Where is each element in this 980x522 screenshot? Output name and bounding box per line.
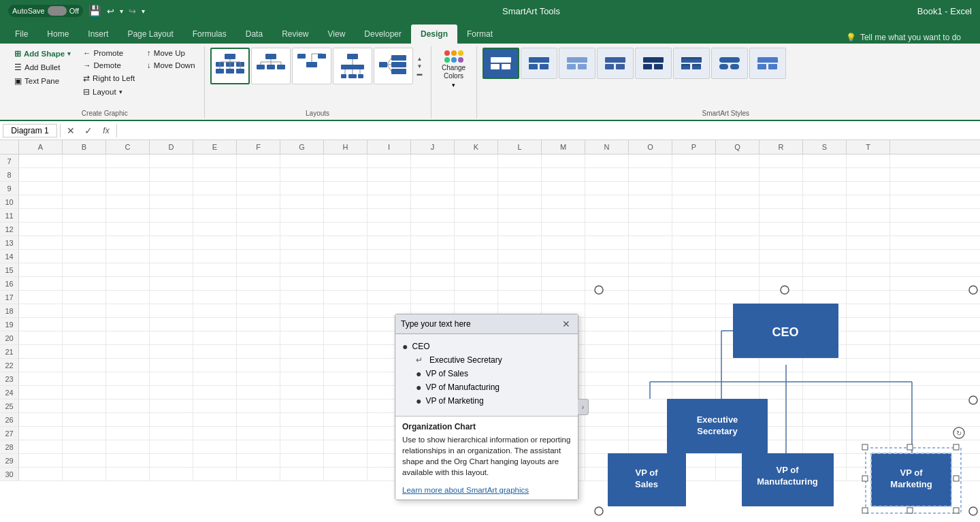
cell-28-0[interactable] <box>19 440 63 453</box>
right-to-left-button[interactable]: ⇄ Right to Left <box>80 72 138 84</box>
cell-18-4[interactable] <box>193 304 237 317</box>
cell-20-7[interactable] <box>324 331 368 344</box>
cell-29-4[interactable] <box>193 454 237 467</box>
cell-18-17[interactable] <box>760 304 803 317</box>
cell-12-9[interactable] <box>411 223 455 235</box>
cell-12-11[interactable] <box>498 223 542 235</box>
cell-26-4[interactable] <box>193 413 237 426</box>
cell-22-0[interactable] <box>19 359 63 372</box>
cell-16-12[interactable] <box>542 277 585 290</box>
cell-10-13[interactable] <box>585 195 629 208</box>
cell-10-2[interactable] <box>106 195 150 208</box>
cell-20-19[interactable] <box>847 331 890 344</box>
cell-8-13[interactable] <box>585 168 629 181</box>
cell-10-12[interactable] <box>542 195 585 208</box>
cell-21-13[interactable] <box>585 345 629 358</box>
cell-14-18[interactable] <box>803 250 847 263</box>
vp-mkt-handle-bm[interactable] <box>907 508 913 513</box>
cell-10-7[interactable] <box>324 195 368 208</box>
cell-17-0[interactable] <box>19 291 63 304</box>
cell-23-17[interactable] <box>760 372 803 385</box>
col-header-p[interactable]: P <box>672 140 716 154</box>
cell-23-7[interactable] <box>324 372 368 385</box>
cell-11-6[interactable] <box>280 209 324 222</box>
cell-12-2[interactable] <box>106 223 150 235</box>
cell-25-18[interactable] <box>803 399 847 412</box>
cell-8-12[interactable] <box>542 168 585 181</box>
cell-27-17[interactable] <box>760 427 803 440</box>
cell-20-15[interactable] <box>672 331 716 344</box>
cell-18-18[interactable] <box>803 304 847 317</box>
col-header-a[interactable]: A <box>19 140 63 154</box>
tab-review[interactable]: Review <box>272 25 318 44</box>
cell-19-18[interactable] <box>803 318 847 331</box>
cell-13-8[interactable] <box>368 236 411 249</box>
cancel-formula-button[interactable]: ✕ <box>63 123 78 138</box>
cell-16-4[interactable] <box>193 277 237 290</box>
cell-27-19[interactable] <box>847 427 890 440</box>
cell-17-9[interactable] <box>411 291 455 304</box>
cell-16-9[interactable] <box>411 277 455 290</box>
cell-14-9[interactable] <box>411 250 455 263</box>
cell-12-12[interactable] <box>542 223 585 235</box>
cell-7-4[interactable] <box>193 154 237 167</box>
cell-13-18[interactable] <box>803 236 847 249</box>
cell-25-19[interactable] <box>847 399 890 412</box>
cell-8-6[interactable] <box>280 168 324 181</box>
tab-view[interactable]: View <box>318 25 355 44</box>
cell-18-0[interactable] <box>19 304 63 317</box>
col-header-g[interactable]: G <box>280 140 324 154</box>
cell-11-19[interactable] <box>847 209 890 222</box>
cell-14-6[interactable] <box>280 250 324 263</box>
cell-30-7[interactable] <box>324 468 368 480</box>
cell-29-16[interactable] <box>716 454 760 467</box>
cell-10-5[interactable] <box>237 195 280 208</box>
cell-23-2[interactable] <box>106 372 150 385</box>
cell-16-15[interactable] <box>672 277 716 290</box>
cell-24-0[interactable] <box>19 386 63 399</box>
cell-22-6[interactable] <box>280 359 324 372</box>
cell-25-6[interactable] <box>280 399 324 412</box>
cell-11-16[interactable] <box>716 209 760 222</box>
cell-20-18[interactable] <box>803 331 847 344</box>
cell-8-10[interactable] <box>455 168 498 181</box>
tab-page-layout[interactable]: Page Layout <box>118 25 182 44</box>
cell-26-19[interactable] <box>847 413 890 426</box>
cell-30-5[interactable] <box>237 468 280 480</box>
cell-15-10[interactable] <box>455 263 498 276</box>
cell-23-0[interactable] <box>19 372 63 385</box>
cell-20-14[interactable] <box>629 331 672 344</box>
col-header-b[interactable]: B <box>63 140 106 154</box>
cell-25-4[interactable] <box>193 399 237 412</box>
cell-26-15[interactable] <box>672 413 716 426</box>
style-thumb-7[interactable] <box>711 48 748 79</box>
cell-15-16[interactable] <box>716 263 760 276</box>
quick-access-more[interactable]: ▾ <box>142 7 145 15</box>
cell-9-17[interactable] <box>760 182 803 195</box>
cell-27-14[interactable] <box>629 427 672 440</box>
col-header-r[interactable]: R <box>760 140 803 154</box>
cell-7-3[interactable] <box>150 154 193 167</box>
cell-8-11[interactable] <box>498 168 542 181</box>
cell-27-1[interactable] <box>63 427 106 440</box>
cell-24-16[interactable] <box>716 386 760 399</box>
cell-19-19[interactable] <box>847 318 890 331</box>
cell-12-7[interactable] <box>324 223 368 235</box>
cell-8-1[interactable] <box>63 168 106 181</box>
cell-16-13[interactable] <box>585 277 629 290</box>
col-header-s[interactable]: S <box>803 140 847 154</box>
cell-18-2[interactable] <box>106 304 150 317</box>
cell-9-2[interactable] <box>106 182 150 195</box>
undo-icon[interactable]: ↩ <box>107 6 114 16</box>
cell-27-5[interactable] <box>237 427 280 440</box>
cell-26-14[interactable] <box>629 413 672 426</box>
cell-21-1[interactable] <box>63 345 106 358</box>
cell-23-18[interactable] <box>803 372 847 385</box>
cell-9-12[interactable] <box>542 182 585 195</box>
vp-mkt-handle-br[interactable] <box>953 508 959 513</box>
col-header-h[interactable]: H <box>324 140 368 154</box>
cell-17-1[interactable] <box>63 291 106 304</box>
cell-16-17[interactable] <box>760 277 803 290</box>
cell-12-8[interactable] <box>368 223 411 235</box>
cell-17-3[interactable] <box>150 291 193 304</box>
